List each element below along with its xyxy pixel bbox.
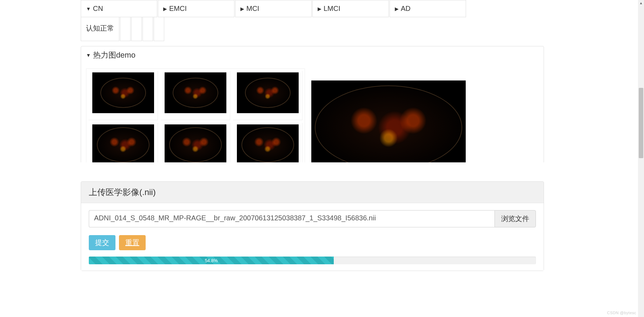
scroll-thumb[interactable]	[639, 88, 643, 158]
chevron-down-icon: ▼	[86, 6, 91, 12]
heatmap-panel: ▼ 热力图demo	[81, 46, 544, 162]
upload-panel-title: 上传医学影像(.nii)	[81, 182, 544, 203]
tab-label: LMCI	[324, 5, 340, 13]
vertical-scrollbar[interactable]: ▲	[638, 0, 644, 317]
heatmap-thumb[interactable]	[88, 123, 158, 162]
file-chooser: ADNI_014_S_0548_MR_MP-RAGE__br_raw_20070…	[89, 210, 536, 227]
browse-button[interactable]: 浏览文件	[494, 210, 536, 227]
chevron-right-icon: ▶	[395, 6, 399, 12]
watermark: CSDN @bytesc	[607, 311, 636, 315]
heatmap-thumb[interactable]	[233, 71, 303, 120]
tab-label: EMCI	[169, 5, 187, 13]
upload-progress-bar: 54.8%	[89, 257, 334, 264]
file-input[interactable]: ADNI_014_S_0548_MR_MP-RAGE__br_raw_20070…	[89, 210, 494, 227]
tab-body-ad	[154, 17, 164, 41]
tab-body-mci	[131, 17, 142, 41]
tab-ad[interactable]: ▶ AD	[390, 0, 466, 17]
tab-body-emci	[120, 17, 131, 41]
chevron-right-icon: ▶	[240, 6, 244, 12]
chevron-down-icon: ▼	[86, 52, 91, 58]
tab-body-cn: 认知正常	[81, 17, 119, 41]
heatmap-thumb[interactable]	[233, 123, 303, 162]
reset-button[interactable]: 重置	[119, 235, 146, 250]
heatmap-title: 热力图demo	[93, 50, 135, 60]
upload-panel: 上传医学影像(.nii) ADNI_014_S_0548_MR_MP-RAGE_…	[81, 181, 544, 271]
chevron-right-icon: ▶	[318, 6, 321, 12]
category-tab-bodies: 认知正常	[81, 17, 544, 41]
tab-label: MCI	[246, 5, 259, 13]
tab-body-lmci	[142, 17, 153, 41]
scroll-up-icon[interactable]: ▲	[638, 0, 644, 6]
tab-label: AD	[401, 5, 411, 13]
tab-lmci[interactable]: ▶ LMCI	[312, 0, 389, 17]
heatmap-thumb[interactable]	[161, 123, 230, 162]
heatmap-thumbnails	[86, 69, 305, 162]
heatmap-thumb[interactable]	[161, 71, 230, 120]
tab-cn[interactable]: ▼ CN	[81, 0, 157, 17]
heatmap-panel-header[interactable]: ▼ 热力图demo	[81, 46, 544, 64]
submit-button[interactable]: 提交	[89, 235, 115, 250]
category-tabs: ▼ CN ▶ EMCI ▶ MCI ▶ LMCI ▶ AD	[81, 0, 544, 17]
heatmap-large-preview[interactable]	[311, 80, 466, 162]
upload-progress: 54.8%	[89, 257, 536, 264]
tab-emci[interactable]: ▶ EMCI	[158, 0, 234, 17]
heatmap-panel-body	[81, 64, 544, 162]
heatmap-thumb[interactable]	[88, 71, 158, 120]
chevron-right-icon: ▶	[163, 6, 167, 12]
tab-mci[interactable]: ▶ MCI	[235, 0, 312, 17]
tab-label: CN	[93, 5, 103, 13]
